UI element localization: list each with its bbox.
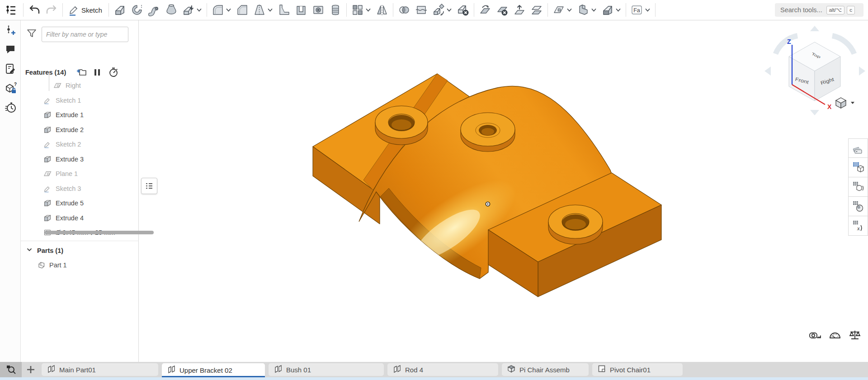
sketch-button-label: Sketch: [81, 6, 104, 14]
permissions-icon[interactable]: ?: [0, 79, 21, 98]
feature-tree-item-right[interactable]: Right: [21, 78, 138, 93]
sketch-button[interactable]: Sketch: [66, 2, 105, 18]
add-folder-icon[interactable]: [76, 67, 87, 78]
sketch-icon: [67, 4, 80, 16]
plane-icon: [43, 170, 52, 178]
toolbar-separator: [393, 3, 393, 17]
mass-properties-icon[interactable]: [848, 328, 862, 344]
boolean-button[interactable]: [396, 2, 412, 18]
configured-properties-icon[interactable]: [848, 197, 868, 216]
document-tab-rod-4[interactable]: Rod 4: [387, 363, 498, 376]
chevron-down-icon[interactable]: [566, 7, 572, 13]
chevron-down-icon[interactable]: [196, 7, 202, 13]
configured-features-icon[interactable]: [848, 177, 868, 197]
feature-list-flyout-toggle[interactable]: [141, 178, 157, 194]
configurations-icon[interactable]: [848, 158, 868, 177]
thread-button[interactable]: [328, 2, 343, 18]
chevron-down-icon[interactable]: [446, 7, 452, 13]
chevron-down-icon[interactable]: [591, 7, 597, 13]
view-cube-faces[interactable]: [789, 42, 840, 101]
origin-dot-marker[interactable]: [486, 202, 490, 206]
shell-icon: [295, 4, 307, 16]
undo-button[interactable]: [27, 2, 42, 18]
protractor-icon[interactable]: [828, 328, 842, 344]
feature-tree-item-sketch-1[interactable]: Sketch 1: [21, 93, 138, 108]
mirror-button[interactable]: [374, 2, 390, 18]
configured-variables-icon[interactable]: x: [848, 216, 868, 236]
parts-header-label: Parts (1): [37, 247, 63, 254]
feature-list-toggle-icon[interactable]: [3, 2, 19, 18]
document-tab-pivot-chair01[interactable]: Pivot Chair01: [592, 363, 683, 376]
history-icon[interactable]: [0, 98, 21, 118]
offset-surface-icon: [530, 4, 543, 16]
sketch-icon: [43, 96, 52, 104]
regen-timer-icon[interactable]: [108, 67, 118, 78]
insert-tab-button[interactable]: [22, 362, 40, 377]
horizontal-scrollbar[interactable]: [46, 231, 154, 234]
chamfer-button[interactable]: [235, 2, 250, 18]
feature-tree-item-extrude-3[interactable]: Extrude 3: [21, 152, 138, 166]
thicken-button[interactable]: [181, 2, 203, 18]
versions-icon[interactable]: [0, 20, 21, 40]
filter-input[interactable]: [42, 27, 128, 42]
offset-surface-button[interactable]: [529, 2, 544, 18]
part-3d-model[interactable]: [312, 71, 667, 314]
delete-face-button[interactable]: [495, 2, 510, 18]
left-rail: ?: [0, 20, 21, 362]
rollback-pause-icon[interactable]: [93, 68, 101, 77]
center-boss-hole[interactable]: [461, 113, 515, 152]
delete-part-button[interactable]: [455, 2, 471, 18]
tab-manager-icon[interactable]: [0, 362, 22, 377]
filter-icon[interactable]: [26, 28, 37, 41]
custom-feature-button[interactable]: Fa: [629, 2, 652, 18]
parts-section-header[interactable]: Parts (1): [21, 244, 138, 257]
plane-button[interactable]: [551, 2, 574, 18]
appearance-panel-icon[interactable]: [848, 138, 868, 158]
feature-tree-item-extrude-2[interactable]: Extrude 2: [21, 123, 138, 137]
transform-button[interactable]: [431, 2, 453, 18]
extrude-button[interactable]: [112, 2, 127, 18]
feature-tree-item-extrude-4[interactable]: Extrude 4: [21, 211, 138, 225]
rib-button[interactable]: [276, 2, 292, 18]
part-studio-icon: [47, 365, 56, 375]
document-tab-upper-bracket-02[interactable]: Upper Bracket 02: [162, 363, 265, 377]
feature-tree-item-sketch-2[interactable]: Sketch 2: [21, 137, 138, 152]
chevron-down-icon[interactable]: [615, 7, 621, 13]
chevron-down-icon[interactable]: [645, 7, 651, 13]
document-tab-main-part01[interactable]: Main Part01: [42, 363, 158, 376]
toolbar-group: [112, 2, 203, 18]
replace-face-button[interactable]: [512, 2, 527, 18]
composite-part-button[interactable]: [576, 2, 598, 18]
notes-icon[interactable]: [0, 59, 21, 79]
split-button[interactable]: [414, 2, 429, 18]
search-tools-input[interactable]: Search tools... alt/⌥ c: [775, 3, 863, 17]
enclose-button[interactable]: [600, 2, 623, 18]
view-mode-button[interactable]: [835, 96, 855, 109]
sweep-button[interactable]: [146, 2, 162, 18]
chevron-down-icon[interactable]: [226, 7, 231, 13]
document-tab-pi-chair-assemb[interactable]: Pi Chair Assemb: [502, 363, 589, 376]
left-boss-hole[interactable]: [375, 106, 428, 145]
graphics-viewport[interactable]: Y Top Front Right Z X x: [139, 20, 868, 362]
move-face-button[interactable]: [477, 2, 493, 18]
document-tab-bush-01[interactable]: Bush 01: [269, 363, 384, 376]
fillet-button[interactable]: [210, 2, 233, 18]
svg-text:Fa: Fa: [633, 7, 640, 14]
linear-pattern-icon: [351, 4, 364, 16]
shell-button[interactable]: [293, 2, 309, 18]
feature-tree-item-extrude-5[interactable]: Extrude 5: [21, 196, 138, 210]
feature-tree-item-plane-1[interactable]: Plane 1: [21, 166, 138, 181]
chevron-down-icon[interactable]: [267, 7, 273, 13]
tape-measure-icon[interactable]: [808, 328, 822, 344]
revolve-button[interactable]: [129, 2, 145, 18]
feature-label: Right: [66, 82, 81, 89]
hole-button[interactable]: [311, 2, 326, 18]
feature-tree-item-sketch-3[interactable]: Sketch 3: [21, 181, 138, 196]
chevron-down-icon[interactable]: [365, 7, 371, 13]
draft-button[interactable]: [252, 2, 274, 18]
linear-pattern-button[interactable]: [350, 2, 373, 18]
comments-icon[interactable]: [0, 40, 21, 59]
feature-tree-item-extrude-1[interactable]: Extrude 1: [21, 108, 138, 122]
part-list-item[interactable]: Part 1: [21, 258, 138, 272]
loft-button[interactable]: [164, 2, 179, 18]
